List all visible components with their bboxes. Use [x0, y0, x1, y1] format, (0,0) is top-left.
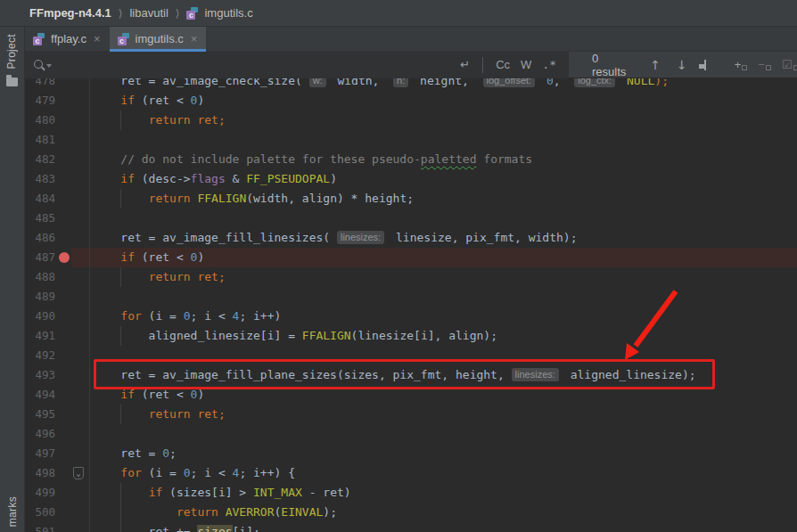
code-text[interactable]: return ret; — [89, 110, 797, 130]
code-text[interactable] — [89, 209, 797, 228]
code-line-485[interactable]: 485 — [25, 209, 797, 228]
code-line-501[interactable]: 501 ret += sizes[i]; — [25, 522, 797, 532]
code-text[interactable] — [89, 130, 797, 150]
code-line-478[interactable]: 478 ret = av_image_check_size( w: width,… — [25, 78, 797, 91]
line-number[interactable]: 478 — [25, 78, 71, 91]
tab-label[interactable]: ffplay.c — [51, 32, 86, 45]
code-text[interactable]: ret = av_image_check_size( w: width, h: … — [89, 78, 797, 91]
code-line-484[interactable]: 484 return FFALIGN(width, align) * heigh… — [25, 189, 797, 209]
code-text[interactable]: aligned_linesize[i] = FFALIGN(linesize[i… — [89, 326, 797, 346]
gutter-marker-column[interactable] — [71, 78, 89, 91]
code-text[interactable]: return ret; — [89, 267, 797, 287]
breadcrumb-project[interactable]: FFmpeg-n4.4.1 — [29, 6, 111, 20]
code-text[interactable]: for (i = 0; i < 4; i++) — [89, 307, 797, 326]
line-number[interactable]: 498 — [25, 463, 71, 483]
line-number[interactable]: 483 — [25, 169, 71, 189]
gutter-marker-column[interactable] — [71, 522, 89, 532]
tab-label[interactable]: imgutils.c — [136, 32, 184, 45]
tool-window-project[interactable]: Project — [5, 34, 18, 86]
code-text[interactable]: ret = 0; — [89, 444, 797, 463]
code-line-491[interactable]: 491 aligned_linesize[i] = FFALIGN(linesi… — [25, 326, 797, 346]
gutter-marker-column[interactable] — [71, 365, 89, 385]
select-all-occurrences-icon[interactable] — [704, 60, 706, 70]
code-line-499[interactable]: 499 if (sizes[i] > INT_MAX - ret) — [25, 483, 797, 503]
code-text[interactable]: ret = av_image_fill_linesizes( linesizes… — [89, 228, 797, 248]
next-occurrence-icon[interactable]: ↓ — [669, 58, 695, 72]
line-number[interactable]: 480 — [25, 110, 71, 130]
gutter-marker-column[interactable] — [71, 307, 89, 326]
code-text[interactable] — [89, 424, 797, 444]
gutter-marker-column[interactable] — [71, 424, 89, 444]
line-number[interactable]: 484 — [25, 189, 71, 209]
line-number[interactable]: 487 — [25, 248, 71, 267]
filter-occurrence-icon[interactable]: ☑ — [776, 58, 797, 71]
code-line-497[interactable]: 497 ret = 0; — [25, 444, 797, 463]
line-number[interactable]: 495 — [25, 405, 71, 424]
tab-imgutils[interactable]: c imgutils.c × — [110, 27, 207, 51]
gutter-marker-column[interactable] — [71, 228, 89, 248]
code-text[interactable]: ret += sizes[i]; — [89, 522, 797, 532]
line-number[interactable]: 499 — [25, 483, 71, 503]
gutter-marker-column[interactable] — [71, 110, 89, 130]
line-number[interactable]: 490 — [25, 307, 71, 326]
code-line-487[interactable]: 487 if (ret < 0) — [25, 248, 797, 267]
remove-occurrence-icon[interactable]: − — [752, 58, 776, 71]
code-line-482[interactable]: 482 // do not include palette for these … — [25, 150, 797, 169]
code-line-500[interactable]: 500 return AVERROR(EINVAL); — [25, 503, 797, 522]
line-number[interactable]: 496 — [25, 424, 71, 444]
breakpoint-icon[interactable] — [59, 252, 70, 263]
code-text[interactable]: if (desc->flags & FF_PSEUDOPAL) — [89, 169, 797, 189]
line-number[interactable]: 479 — [25, 91, 71, 110]
line-number[interactable]: 493 — [25, 365, 71, 385]
fold-marker-icon[interactable]: ⌄ — [73, 467, 84, 479]
gutter-marker-column[interactable] — [71, 483, 89, 503]
code-text[interactable]: return FFALIGN(width, align) * height; — [89, 189, 797, 209]
gutter-marker-column[interactable] — [71, 150, 89, 169]
code-text[interactable]: // do not include palette for these pseu… — [89, 150, 797, 169]
newline-toggle-icon[interactable]: ↵ — [455, 58, 475, 71]
code-text[interactable] — [89, 287, 797, 307]
gutter-marker-column[interactable] — [71, 169, 89, 189]
code-text[interactable]: for (i = 0; i < 4; i++) { — [89, 463, 797, 483]
add-occurrence-icon[interactable]: + — [729, 58, 753, 71]
line-number[interactable]: 491 — [25, 326, 71, 346]
code-line-490[interactable]: 490 for (i = 0; i < 4; i++) — [25, 307, 797, 326]
code-line-496[interactable]: 496 — [25, 424, 797, 444]
gutter-marker-column[interactable] — [71, 91, 89, 110]
code-text[interactable] — [89, 346, 797, 365]
breadcrumb-file[interactable]: imgutils.c — [204, 6, 252, 20]
gutter-marker-column[interactable] — [71, 130, 89, 150]
code-line-494[interactable]: 494 if (ret < 0) — [25, 385, 797, 405]
code-line-489[interactable]: 489 — [25, 287, 797, 307]
code-line-493[interactable]: 493 ret = av_image_fill_plane_sizes(size… — [25, 365, 797, 385]
code-text[interactable]: return AVERROR(EINVAL); — [89, 503, 797, 522]
code-line-486[interactable]: 486 ret = av_image_fill_linesizes( lines… — [25, 228, 797, 248]
regex-toggle[interactable]: .* — [537, 58, 562, 71]
code-line-479[interactable]: 479 if (ret < 0) — [25, 91, 797, 110]
code-line-492[interactable]: 492 — [25, 346, 797, 365]
gutter-marker-column[interactable] — [71, 503, 89, 522]
tab-close-icon[interactable]: × — [191, 32, 198, 45]
gutter-marker-column[interactable] — [71, 444, 89, 463]
gutter-marker-column[interactable] — [71, 346, 89, 365]
gutter-marker-column[interactable]: ⌄ — [71, 463, 89, 483]
search-icon[interactable] — [32, 58, 46, 72]
previous-occurrence-icon[interactable]: ↑ — [642, 58, 669, 72]
line-number[interactable]: 482 — [25, 150, 71, 169]
code-text[interactable]: return ret; — [89, 405, 797, 424]
line-number[interactable]: 497 — [25, 444, 71, 463]
line-number[interactable]: 492 — [25, 346, 71, 365]
gutter-marker-column[interactable] — [71, 287, 89, 307]
project-tool-label[interactable]: Project — [5, 34, 18, 69]
line-number[interactable]: 481 — [25, 130, 71, 150]
code-text[interactable]: ret = av_image_fill_plane_sizes(sizes, p… — [89, 365, 797, 385]
line-number[interactable]: 488 — [25, 267, 71, 287]
code-text[interactable]: if (sizes[i] > INT_MAX - ret) — [89, 483, 797, 503]
line-number[interactable]: 485 — [25, 209, 71, 228]
gutter-marker-column[interactable] — [71, 248, 89, 267]
tab-close-icon[interactable]: × — [94, 32, 101, 45]
code-line-488[interactable]: 488 return ret; — [25, 267, 797, 287]
line-number[interactable]: 494 — [25, 385, 71, 405]
gutter-marker-column[interactable] — [71, 189, 89, 209]
code-line-495[interactable]: 495 return ret; — [25, 405, 797, 424]
